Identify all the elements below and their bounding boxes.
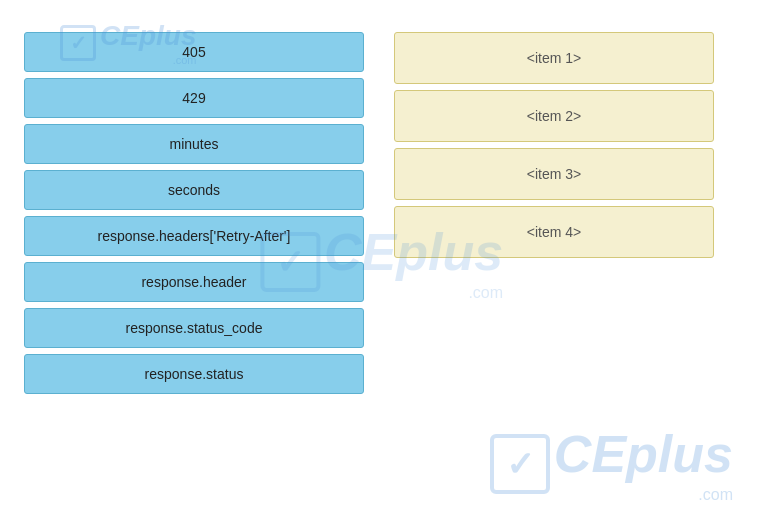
- watermark-check-bottom: ✓: [490, 434, 550, 494]
- drop-slot-slot-2[interactable]: <item 2>: [394, 90, 714, 142]
- drop-slot-slot-3[interactable]: <item 3>: [394, 148, 714, 200]
- drag-drop-area: 405429minutessecondsresponse.headers['Re…: [24, 32, 739, 394]
- drop-slot-slot-1[interactable]: <item 1>: [394, 32, 714, 84]
- drag-item-item-status[interactable]: response.status: [24, 354, 364, 394]
- page-content: 405429minutessecondsresponse.headers['Re…: [0, 0, 763, 412]
- drag-item-item-status-code[interactable]: response.status_code: [24, 308, 364, 348]
- right-column: <item 1><item 2><item 3><item 4>: [394, 32, 714, 258]
- drag-item-item-minutes[interactable]: minutes: [24, 124, 364, 164]
- drag-item-item-response-header[interactable]: response.header: [24, 262, 364, 302]
- drag-item-item-retry-after[interactable]: response.headers['Retry-After']: [24, 216, 364, 256]
- watermark-brand-bottom: CEplus: [554, 424, 733, 484]
- watermark-domain-bottom: .com: [554, 486, 733, 504]
- drop-slot-slot-4[interactable]: <item 4>: [394, 206, 714, 258]
- drag-item-item-429[interactable]: 429: [24, 78, 364, 118]
- left-column: 405429minutessecondsresponse.headers['Re…: [24, 32, 364, 394]
- drag-item-item-seconds[interactable]: seconds: [24, 170, 364, 210]
- drag-item-item-405[interactable]: 405: [24, 32, 364, 72]
- watermark-bottom-right: ✓ CEplus .com: [490, 424, 733, 504]
